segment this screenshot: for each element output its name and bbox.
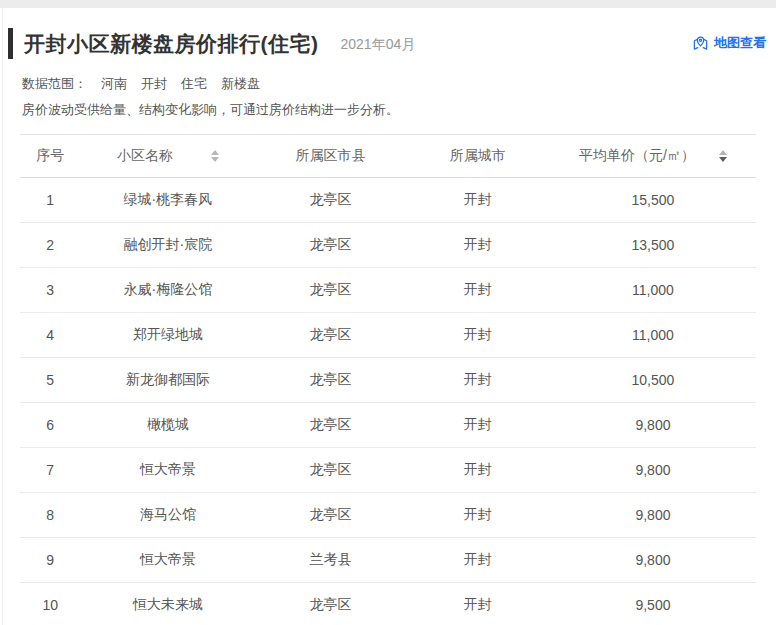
map-view-link[interactable]: 地图查看 [692, 34, 766, 52]
cell-city: 开封 [406, 223, 550, 268]
cell-district: 龙亭区 [256, 178, 406, 223]
cell-name: 郑开绿地城 [80, 313, 255, 358]
cell-district: 龙亭区 [256, 583, 406, 625]
cell-price: 11,000 [550, 313, 756, 358]
page-header: 开封小区新楼盘房价排行(住宅) 2021年04月 地图查看 [8, 27, 766, 59]
column-header-district: 所属区市县 [256, 135, 406, 178]
cell-city: 开封 [406, 403, 550, 448]
sort-carets-icon[interactable] [211, 150, 219, 162]
cell-price: 9,800 [550, 403, 756, 448]
cell-rank: 1 [20, 178, 80, 223]
cell-price: 13,500 [550, 223, 756, 268]
cell-district: 兰考县 [256, 538, 406, 583]
cell-price: 15,500 [550, 178, 756, 223]
table-row[interactable]: 8 海马公馆 龙亭区 开封 9,800 [20, 493, 756, 538]
sort-carets-icon[interactable] [719, 150, 727, 162]
column-label-rank: 序号 [36, 147, 64, 163]
column-header-name[interactable]: 小区名称 [80, 135, 255, 178]
page-title: 开封小区新楼盘房价排行(住宅) [24, 28, 319, 59]
page-left-edge [2, 0, 3, 625]
cell-price: 9,800 [550, 493, 756, 538]
cell-city: 开封 [406, 448, 550, 493]
table-body: 1 绿城·桃李春风 龙亭区 开封 15,500 2 融创开封·宸院 龙亭区 开封… [20, 178, 756, 625]
cell-name: 恒大帝景 [80, 448, 255, 493]
cell-name: 绿城·桃李春风 [80, 178, 255, 223]
meta-section: 数据范围：河南开封住宅新楼盘 房价波动受供给量、结构变化影响，可通过房价结构进一… [22, 71, 756, 123]
cell-name: 新龙御都国际 [80, 358, 255, 403]
cell-district: 龙亭区 [256, 268, 406, 313]
cell-price: 11,000 [550, 268, 756, 313]
cell-rank: 7 [20, 448, 80, 493]
cell-city: 开封 [406, 583, 550, 625]
title-accent-bar [8, 28, 13, 59]
table-row[interactable]: 2 融创开封·宸院 龙亭区 开封 13,500 [20, 223, 756, 268]
cell-name: 恒大帝景 [80, 538, 255, 583]
scope-tag-city[interactable]: 开封 [141, 76, 167, 91]
cell-price: 10,500 [550, 358, 756, 403]
table-row[interactable]: 10 恒大未来城 龙亭区 开封 9,500 [20, 583, 756, 625]
cell-name: 橄榄城 [80, 403, 255, 448]
cell-district: 龙亭区 [256, 223, 406, 268]
table-row[interactable]: 9 恒大帝景 兰考县 开封 9,800 [20, 538, 756, 583]
map-view-label: 地图查看 [714, 34, 766, 52]
cell-price: 9,500 [550, 583, 756, 625]
table-row[interactable]: 5 新龙御都国际 龙亭区 开封 10,500 [20, 358, 756, 403]
map-pin-icon [692, 35, 709, 52]
cell-rank: 4 [20, 313, 80, 358]
cell-district: 龙亭区 [256, 313, 406, 358]
table-row[interactable]: 3 永威·梅隆公馆 龙亭区 开封 11,000 [20, 268, 756, 313]
cell-district: 龙亭区 [256, 448, 406, 493]
column-label-name: 小区名称 [117, 147, 173, 165]
description-text: 房价波动受供给量、结构变化影响，可通过房价结构进一步分析。 [22, 97, 756, 123]
cell-district: 龙亭区 [256, 493, 406, 538]
table-row[interactable]: 1 绿城·桃李春风 龙亭区 开封 15,500 [20, 178, 756, 223]
cell-rank: 2 [20, 223, 80, 268]
cell-district: 龙亭区 [256, 403, 406, 448]
column-label-city: 所属城市 [450, 147, 506, 163]
table-row[interactable]: 4 郑开绿地城 龙亭区 开封 11,000 [20, 313, 756, 358]
cell-city: 开封 [406, 178, 550, 223]
price-table: 序号 小区名称 所属区市县 所属城市 平均单价（元/㎡） [20, 134, 756, 625]
cell-name: 融创开封·宸院 [80, 223, 255, 268]
cell-city: 开封 [406, 358, 550, 403]
cell-price: 9,800 [550, 448, 756, 493]
cell-name: 海马公馆 [80, 493, 255, 538]
scope-tag-newbuild[interactable]: 新楼盘 [221, 76, 260, 91]
cell-city: 开封 [406, 313, 550, 358]
cell-city: 开封 [406, 493, 550, 538]
column-label-district: 所属区市县 [296, 147, 366, 163]
cell-price: 9,800 [550, 538, 756, 583]
table-header-row: 序号 小区名称 所属区市县 所属城市 平均单价（元/㎡） [20, 135, 756, 178]
cell-rank: 9 [20, 538, 80, 583]
cell-rank: 8 [20, 493, 80, 538]
column-label-price: 平均单价（元/㎡） [579, 147, 695, 165]
cell-city: 开封 [406, 538, 550, 583]
cell-rank: 5 [20, 358, 80, 403]
report-date: 2021年04月 [341, 32, 416, 54]
cell-city: 开封 [406, 268, 550, 313]
table-row[interactable]: 7 恒大帝景 龙亭区 开封 9,800 [20, 448, 756, 493]
scope-label: 数据范围： [22, 76, 87, 91]
cell-district: 龙亭区 [256, 358, 406, 403]
cell-rank: 10 [20, 583, 80, 625]
column-header-city: 所属城市 [406, 135, 550, 178]
cell-name: 恒大未来城 [80, 583, 255, 625]
column-header-price[interactable]: 平均单价（元/㎡） [550, 135, 756, 178]
cell-rank: 3 [20, 268, 80, 313]
scope-tag-type[interactable]: 住宅 [181, 76, 207, 91]
cell-name: 永威·梅隆公馆 [80, 268, 255, 313]
column-header-rank: 序号 [20, 135, 80, 178]
top-strip [0, 0, 776, 8]
data-scope-line: 数据范围：河南开封住宅新楼盘 [22, 71, 756, 97]
table-row[interactable]: 6 橄榄城 龙亭区 开封 9,800 [20, 403, 756, 448]
scope-tag-province[interactable]: 河南 [101, 76, 127, 91]
cell-rank: 6 [20, 403, 80, 448]
